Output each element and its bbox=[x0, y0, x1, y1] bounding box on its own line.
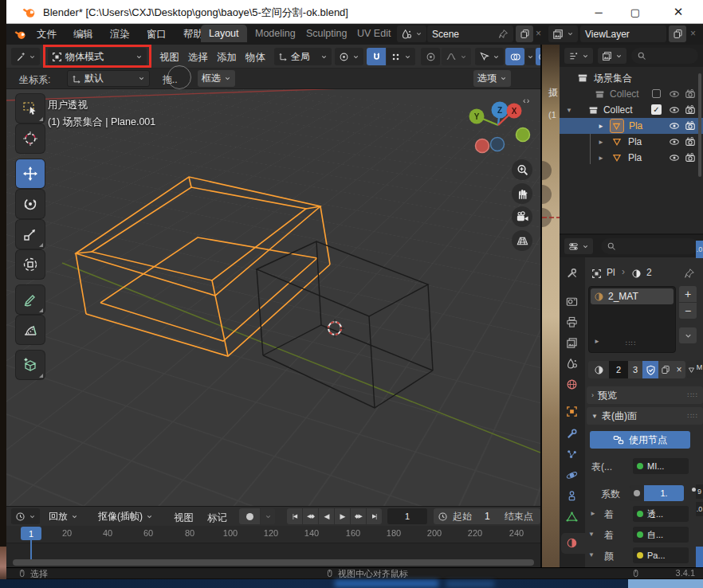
outliner-row-scene-collection[interactable]: 场景集合 bbox=[560, 70, 703, 86]
outliner-row-plane-selected[interactable]: ► Pla bbox=[560, 118, 703, 134]
menu-add[interactable]: 添加 bbox=[212, 49, 242, 66]
tool-move[interactable] bbox=[16, 159, 45, 188]
expand-arrow-icon[interactable]: ► bbox=[590, 510, 596, 517]
snap-toggle[interactable] bbox=[367, 48, 386, 65]
tab-tool[interactable] bbox=[566, 267, 578, 279]
breadcrumb-object[interactable]: Pl bbox=[607, 267, 615, 278]
workspace-tab-sculpting[interactable]: Sculpting bbox=[298, 25, 355, 42]
keying-menu[interactable]: 抠像(插帧) bbox=[94, 508, 157, 524]
tool-cursor[interactable] bbox=[16, 124, 45, 153]
tab-physics[interactable] bbox=[566, 469, 578, 481]
menu-object[interactable]: 物体 bbox=[241, 49, 270, 66]
slot-add-button[interactable]: + bbox=[679, 286, 697, 302]
keying-set-dropdown[interactable] bbox=[261, 508, 275, 524]
outliner-row-collection[interactable]: ▼ Collect ✓ bbox=[560, 102, 703, 118]
outliner-row-plane-3[interactable]: ► Pla bbox=[560, 150, 703, 166]
expand-arrow-icon[interactable]: ► bbox=[598, 123, 604, 130]
falloff-dropdown[interactable] bbox=[442, 48, 471, 65]
tab-constraints[interactable] bbox=[566, 490, 578, 502]
render-visibility-icon[interactable] bbox=[685, 104, 696, 116]
viewlayer-copy-button[interactable] bbox=[669, 25, 686, 42]
outliner-filter-dropdown[interactable] bbox=[598, 48, 626, 64]
exclude-checkbox[interactable] bbox=[652, 89, 661, 98]
tab-material-active[interactable] bbox=[561, 533, 585, 554]
editor-type-button[interactable] bbox=[11, 48, 40, 65]
timeline-menu-view[interactable]: 视图 bbox=[169, 510, 198, 527]
material-users-button[interactable]: 3 bbox=[628, 361, 642, 378]
tab-scene[interactable] bbox=[566, 358, 578, 370]
pin-icon[interactable] bbox=[498, 29, 509, 39]
hide-eye-icon[interactable] bbox=[669, 88, 680, 100]
expand-arrow-icon[interactable]: ▼ bbox=[566, 107, 572, 114]
render-visibility-icon[interactable] bbox=[685, 88, 696, 100]
slot-specials-button[interactable] bbox=[679, 327, 697, 343]
camera-view-button[interactable] bbox=[512, 206, 532, 227]
panel-preview[interactable]: › 预览 ∷∷ bbox=[587, 386, 703, 404]
minimize-button[interactable]: ─ bbox=[580, 0, 617, 24]
tab-render[interactable] bbox=[566, 296, 578, 308]
scene-name-field[interactable]: Scene bbox=[427, 25, 513, 42]
material-name-field[interactable]: 2 bbox=[609, 361, 628, 378]
menu-file[interactable]: 文件 bbox=[32, 26, 61, 43]
tool-scale[interactable] bbox=[16, 220, 45, 249]
workspace-tab-uvedit[interactable]: UV Edit bbox=[349, 25, 399, 42]
timeline-scrollbar[interactable] bbox=[13, 559, 534, 566]
surface-shader-dropdown[interactable]: MI... bbox=[633, 458, 689, 474]
prev-keyframe-button[interactable]: ◀◆ bbox=[303, 508, 318, 524]
playhead-line[interactable] bbox=[30, 539, 32, 561]
properties-type-dropdown[interactable] bbox=[564, 238, 593, 254]
orientation-dropdown[interactable]: 全局 bbox=[274, 48, 332, 65]
overlays-toggle[interactable] bbox=[505, 48, 524, 65]
menu-window[interactable]: 窗口 bbox=[142, 26, 171, 43]
auto-keying-toggle[interactable] bbox=[239, 508, 260, 524]
tab-object[interactable] bbox=[566, 406, 578, 417]
tool-rotate[interactable] bbox=[16, 190, 45, 218]
proportional-toggle[interactable] bbox=[421, 48, 440, 65]
factor-socket-button[interactable] bbox=[630, 485, 643, 501]
outliner-display-mode-dropdown[interactable] bbox=[564, 48, 593, 64]
panel-grip[interactable]: ∷∷ bbox=[688, 412, 698, 420]
menu-select[interactable]: 选择 bbox=[183, 49, 213, 66]
tab-world[interactable] bbox=[566, 378, 578, 390]
exclude-checkbox-checked[interactable]: ✓ bbox=[651, 104, 662, 115]
timeline-menu-markers[interactable]: 标记 bbox=[202, 510, 232, 527]
pivot-dropdown[interactable] bbox=[335, 48, 363, 65]
start-value[interactable]: 1 bbox=[485, 511, 490, 522]
ortho-toggle-button[interactable] bbox=[512, 230, 532, 251]
expand-arrow-icon[interactable]: ► bbox=[598, 155, 604, 162]
play-reverse-button[interactable]: ◀ bbox=[319, 508, 334, 524]
fake-user-toggle[interactable] bbox=[642, 361, 658, 378]
hide-eye-icon[interactable] bbox=[669, 152, 680, 163]
tab-view-layer[interactable] bbox=[566, 337, 578, 349]
scene-type-button[interactable] bbox=[397, 25, 426, 42]
collapse-arrow-icon[interactable]: ▼ bbox=[588, 551, 595, 559]
material-slot-item[interactable]: 2_MAT bbox=[591, 288, 674, 304]
pan-hand-button[interactable] bbox=[512, 183, 532, 204]
jump-end-button[interactable]: ▶| bbox=[367, 508, 382, 524]
viewlayer-unlink-button[interactable]: × bbox=[690, 28, 696, 39]
region-toggle-arrows[interactable]: ‹› bbox=[523, 96, 530, 105]
use-nodes-button[interactable]: 使用节点 bbox=[590, 431, 690, 449]
jump-start-button[interactable]: |◀ bbox=[287, 508, 302, 524]
shader2-dropdown[interactable]: 自... bbox=[633, 527, 689, 543]
tab-output[interactable] bbox=[566, 316, 578, 328]
panel-surface[interactable]: ▼ 表(曲)面 ∷∷ bbox=[587, 407, 703, 425]
tool-annotate[interactable] bbox=[16, 285, 45, 314]
render-visibility-icon[interactable] bbox=[685, 152, 696, 163]
hide-eye-icon[interactable] bbox=[669, 120, 680, 131]
panel-grip[interactable]: ∷∷ bbox=[688, 391, 698, 399]
expand-arrow-icon[interactable]: ► bbox=[594, 338, 600, 345]
outliner-scrollbar[interactable] bbox=[698, 73, 701, 177]
close-button[interactable]: ✕ bbox=[660, 0, 697, 24]
next-keyframe-button[interactable]: ◆▶ bbox=[351, 508, 366, 524]
pin-icon[interactable] bbox=[684, 268, 695, 279]
hide-eye-icon[interactable] bbox=[669, 104, 680, 116]
outliner-row-plane-2[interactable]: ► Pla bbox=[560, 134, 703, 150]
material-copy-button[interactable] bbox=[658, 361, 673, 378]
zoom-icon-button[interactable] bbox=[512, 159, 532, 180]
viewport-3d[interactable]: Y Z X 用户透视 (1) 场景集合 | Plane.001 ‹› bbox=[6, 89, 540, 506]
render-visibility-icon[interactable] bbox=[685, 136, 696, 147]
play-button[interactable]: ▶ bbox=[335, 508, 350, 524]
tab-particles[interactable] bbox=[566, 449, 578, 461]
orientation-setting-dropdown[interactable]: 默认 bbox=[67, 70, 150, 87]
